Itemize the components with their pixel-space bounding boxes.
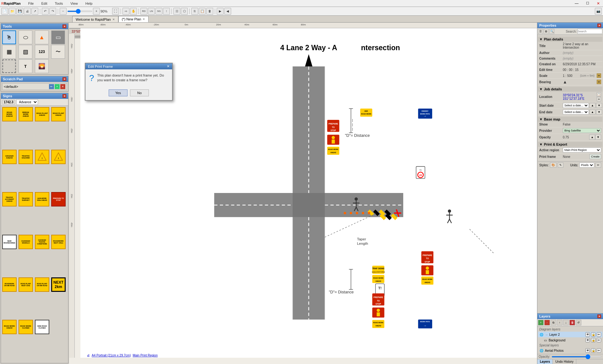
active-region-select[interactable]: Main Print Region <box>563 147 601 153</box>
forward-button[interactable]: ▶ <box>217 8 224 15</box>
tool-bg[interactable]: ▭ <box>51 30 65 44</box>
sign-next-2km[interactable]: NEXT 2km <box>51 277 66 292</box>
tool-text[interactable]: T <box>19 59 32 73</box>
sign-road-work-ahead[interactable]: ROAD WORK AHEAD <box>2 107 17 121</box>
end-date-up[interactable]: ▲ <box>589 110 595 115</box>
units-edit-btn[interactable]: ✏ <box>595 163 601 168</box>
layer2-visibility[interactable]: 👁 <box>585 332 590 337</box>
start-date-select[interactable]: Select a date... <box>563 103 589 108</box>
prop-opacity-up[interactable]: ▲ <box>589 135 595 140</box>
tool-cursor[interactable]: 🖱 <box>2 30 16 44</box>
background-edit[interactable]: ✏ <box>597 338 601 342</box>
window-restore[interactable]: ☐ <box>584 1 591 5</box>
layers-opacity-slider[interactable] <box>551 356 602 357</box>
layer-item-layer2[interactable]: 🌐 → Layer 2 👁 🔒 ✏ <box>538 332 602 337</box>
pan-tool-button[interactable]: ✋ <box>130 8 137 15</box>
delete-button[interactable]: 🗑 <box>206 8 213 15</box>
sign-road-plant-ahead2[interactable]: ROAD PLANT AHEAD <box>51 107 66 121</box>
sign-bridgework-ahead[interactable]: BRIDGE WORK AHEAD <box>19 107 33 121</box>
start-date-up[interactable]: ▲ <box>589 103 595 108</box>
zoom-fit-button[interactable]: ⛶ <box>112 8 119 15</box>
tools-panel-close[interactable]: ✕ <box>62 24 66 28</box>
sign-traffic-hazard2[interactable]: ! <box>35 150 49 164</box>
layer-add-btn[interactable]: + <box>538 320 544 325</box>
scratch-panel-close[interactable]: ✕ <box>62 77 66 81</box>
save-button[interactable]: 💾 <box>16 8 23 15</box>
prop-opacity-down[interactable]: ▼ <box>595 135 601 140</box>
layer-reload-btn[interactable]: ↺ <box>576 320 581 325</box>
menu-view[interactable]: View <box>68 1 80 6</box>
units-select[interactable]: Pixels <box>579 163 594 168</box>
dialog-yes-btn[interactable]: Yes <box>109 89 128 96</box>
menu-tools[interactable]: Tools <box>53 1 65 6</box>
provider-select[interactable]: Bing Satellite <box>563 128 601 133</box>
prop-location-edit-btn[interactable]: ✏ <box>597 97 601 101</box>
layer-item-aerial[interactable]: 🌐 Aerial Photos 👁 🔒 ✏ <box>538 348 602 353</box>
copy-button[interactable]: ⎘ <box>191 8 198 15</box>
sign-prepare-stop[interactable]: PREPARE TO STOP <box>51 192 66 206</box>
backward-button[interactable]: ◀ <box>224 8 231 15</box>
sign-tool-button[interactable]: SG <box>155 8 162 15</box>
tab-welcome-close[interactable]: ✕ <box>112 18 115 21</box>
styles-paint-btn[interactable]: 🎨 <box>550 163 557 168</box>
props-close[interactable]: ✕ <box>597 24 601 27</box>
sign-road-work-ahead2[interactable]: ROAD WORK AHEAD <box>2 320 17 334</box>
tab-new-plan[interactable]: (*) New Plan ✕ <box>118 16 149 22</box>
dialog-no-btn[interactable]: No <box>130 89 149 96</box>
sign-traffic-hazard3[interactable]: ! <box>51 150 66 164</box>
scratch-delete-btn[interactable]: ✕ <box>60 84 65 89</box>
bottom-tab-layers[interactable]: Layers <box>537 359 553 364</box>
export-button[interactable]: ↗ <box>31 8 38 15</box>
sign-road-plant-ahead[interactable]: ROAD PLANT AHEAD <box>35 107 49 121</box>
plan-details-section[interactable]: ▼ Plan details <box>538 37 602 42</box>
sign-haulwork[interactable]: HAULWORK 500m AHEAD <box>35 192 49 206</box>
menu-help[interactable]: Help <box>84 1 95 6</box>
tool-hatch[interactable]: ▧ <box>19 45 32 59</box>
sign-plant-nw[interactable]: ROAD PLANT ON NW ROAD <box>35 277 49 292</box>
scratch-edit-btn[interactable]: ✏ <box>49 84 54 89</box>
road-tool-button[interactable]: RD <box>140 8 147 15</box>
sign-new-boundaries[interactable]: NEW BOUNDARIES <box>2 235 17 249</box>
tab-new-plan-close[interactable]: ✕ <box>143 18 145 21</box>
tool-cone[interactable]: ▲ <box>35 30 49 44</box>
aerial-lock[interactable]: 🔒 <box>591 348 595 353</box>
sign-roadwork-nw[interactable]: ROADWORK ON NW ROAD <box>2 277 17 292</box>
layer-down-btn[interactable]: ↓ <box>563 320 569 325</box>
signs-category-dropdown[interactable]: Advance <box>16 99 38 105</box>
sign-changed-traffic[interactable]: CHANGED TRAFFIC CONDITIONS <box>35 235 49 249</box>
layer-item-background[interactable]: ▭ Background 👁 🔒 ✏ <box>538 337 602 343</box>
tool-curve[interactable]: 〜 <box>51 45 65 59</box>
sign-traffic-survey[interactable]: TRAFFIC SURVEY <box>19 192 33 206</box>
background-lock[interactable]: 🔒 <box>591 338 595 342</box>
sign-plant-give[interactable]: ROAD PLANT MUST GIVE <box>19 277 33 292</box>
aerial-edit[interactable]: ✏ <box>597 348 601 353</box>
sign-road-work-closed[interactable]: ROAD WORK CLOSED <box>19 320 33 334</box>
arrow-tool-button[interactable]: ↑ <box>163 8 170 15</box>
dialog-close-btn[interactable]: ✕ <box>167 64 170 68</box>
sign-side-road-closed[interactable]: SIDE ROAD CLOSED <box>35 320 49 334</box>
bottom-tab-undo[interactable]: Undo History <box>553 359 576 364</box>
end-date-select[interactable]: Select a date... <box>563 110 589 115</box>
layer-up-btn[interactable]: ↑ <box>557 320 562 325</box>
prop-bearing-edit-btn[interactable]: ✏ <box>597 80 601 84</box>
start-date-down[interactable]: ▼ <box>596 103 602 108</box>
end-date-down[interactable]: ▼ <box>596 110 602 115</box>
sign-traffic-accident[interactable]: TRAFFIC ACCIDENT AHEAD <box>2 192 17 206</box>
tool-grid[interactable]: ▦ <box>2 45 16 59</box>
screenshot-button[interactable]: 📷 <box>595 8 602 15</box>
layer-delete-btn[interactable]: - <box>544 320 550 325</box>
base-map-section[interactable]: ▼ Base map <box>538 117 602 122</box>
prop-scale-edit-btn[interactable]: ✏ <box>597 73 601 78</box>
tool-image[interactable]: 🌄 <box>35 59 49 73</box>
open-button[interactable]: 📁 <box>9 8 16 15</box>
window-close[interactable]: ✕ <box>595 1 602 6</box>
props-icon-filter[interactable]: 🔍 <box>549 29 554 34</box>
prop-create-btn[interactable]: Create <box>589 154 601 159</box>
scratch-add-btn[interactable]: + <box>55 84 60 89</box>
tab-welcome[interactable]: Welcome to RapidPlan ✕ <box>72 16 118 22</box>
window-minimize[interactable]: — <box>573 1 580 6</box>
print-button[interactable]: 🖨 <box>24 8 31 15</box>
layer-delete2-btn[interactable]: 🗑 <box>569 320 575 325</box>
background-visibility[interactable]: 👁 <box>585 338 590 342</box>
props-icon-list[interactable]: ☰ <box>538 29 543 34</box>
